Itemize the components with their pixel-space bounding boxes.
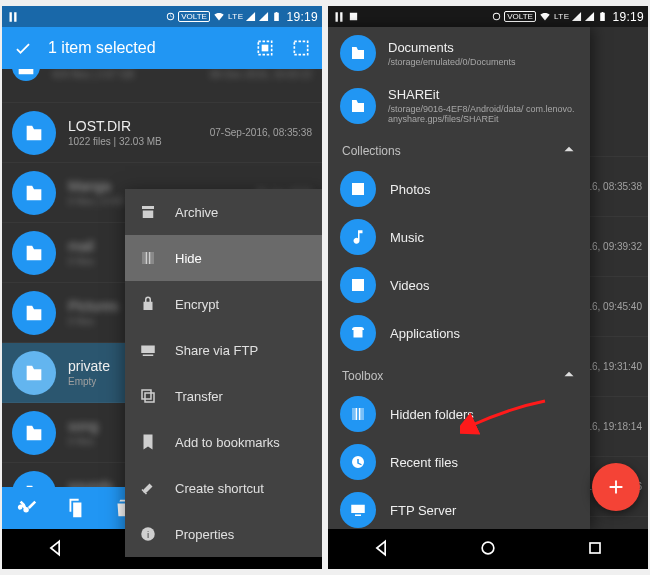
tool-recent-files[interactable]: Recent files	[328, 438, 590, 486]
folder-icon	[12, 291, 56, 335]
volte-badge: VOLTE	[178, 11, 210, 22]
clock: 19:19	[286, 10, 318, 24]
back-button[interactable]	[45, 538, 65, 561]
selection-title: 1 item selected	[48, 39, 156, 57]
file-meta: Empty	[68, 376, 110, 387]
hidden-icon	[340, 396, 376, 432]
file-date: 07-Sep-2016, 08:35:38	[210, 127, 312, 138]
alarm-icon	[491, 11, 502, 22]
lte-label: LTE	[554, 12, 570, 21]
add-button[interactable]	[592, 463, 640, 511]
volte-badge: VOLTE	[504, 11, 536, 22]
popup-properties[interactable]: i Properties	[125, 511, 322, 557]
copy-button[interactable]	[64, 497, 86, 519]
chevron-up-icon	[560, 140, 578, 161]
tool-hidden-folders[interactable]: Hidden folders	[328, 390, 590, 438]
status-bar: VOLTE LTE 19:19	[328, 6, 648, 27]
select-all-button[interactable]	[254, 37, 276, 59]
nav-bar	[328, 529, 648, 569]
ftp-icon	[340, 492, 376, 528]
file-meta: 1022 files | 32.03 MB	[68, 136, 162, 147]
status-bar: VOLTE LTE 19:19	[2, 6, 322, 27]
popup-archive[interactable]: Archive	[125, 189, 322, 235]
selection-header: 1 item selected	[2, 27, 322, 69]
file-item[interactable]: 16, 19:31:40	[590, 337, 648, 397]
file-item[interactable]: 424 files | 2.67 GB 08-Dec-2016, 16:03:2…	[2, 69, 322, 103]
music-icon	[340, 219, 376, 255]
svg-rect-0	[262, 45, 269, 52]
recent-button[interactable]	[585, 538, 605, 561]
file-date: 08-Dec-2016, 16:03:22	[210, 69, 312, 80]
folder-icon	[12, 351, 56, 395]
recent-icon	[340, 444, 376, 480]
popup-share-ftp[interactable]: Share via FTP	[125, 327, 322, 373]
back-button[interactable]	[371, 538, 391, 561]
lte-label: LTE	[228, 12, 244, 21]
wifi-icon	[212, 10, 226, 24]
category-music[interactable]: Music	[328, 213, 590, 261]
section-collections[interactable]: Collections	[328, 132, 590, 165]
category-videos[interactable]: Videos	[328, 261, 590, 309]
location-item[interactable]: Documents /storage/emulated/0/Documents	[328, 27, 590, 79]
folder-icon	[340, 35, 376, 71]
folder-icon	[12, 231, 56, 275]
signal-icon-2	[584, 11, 595, 22]
cut-button[interactable]	[16, 497, 38, 519]
done-button[interactable]	[12, 37, 34, 59]
deselect-button[interactable]	[290, 37, 312, 59]
tool-ftp-server[interactable]: FTP Server	[328, 486, 590, 529]
location-item[interactable]: SHAREit /storage/9016-4EF8/Android/data/…	[328, 79, 590, 132]
folder-icon	[12, 111, 56, 155]
file-item[interactable]	[590, 27, 648, 157]
popup-shortcut[interactable]: Create shortcut	[125, 465, 322, 511]
videos-icon	[340, 267, 376, 303]
file-meta: 424 files | 2.67 GB	[52, 69, 134, 80]
context-menu: Archive Hide Encrypt Share via FTP Trans…	[125, 189, 322, 557]
pause-icon	[332, 10, 346, 24]
file-item[interactable]: 16, 19:18:14	[590, 397, 648, 457]
image-icon	[348, 11, 359, 22]
home-button[interactable]	[478, 538, 498, 561]
svg-point-5	[482, 542, 494, 554]
popup-encrypt[interactable]: Encrypt	[125, 281, 322, 327]
pause-icon	[6, 10, 20, 24]
folder-icon	[12, 411, 56, 455]
file-item[interactable]: LOST.DIR 1022 files | 32.03 MB 07-Sep-20…	[2, 103, 322, 163]
file-item[interactable]: 16, 09:45:40	[590, 277, 648, 337]
file-item[interactable]: 16, 09:39:32	[590, 217, 648, 277]
folder-icon	[340, 88, 376, 124]
svg-text:i: i	[147, 529, 149, 540]
underlying-file-list: 16, 08:35:38 16, 09:39:32 16, 09:45:40 1…	[590, 27, 648, 529]
battery-icon	[271, 11, 282, 22]
screenshot-left: VOLTE LTE 19:19 1 item selected	[2, 6, 322, 569]
screenshot-right: VOLTE LTE 19:19 16, 08:35:38 16, 09:39:3…	[328, 6, 648, 569]
wifi-icon	[538, 10, 552, 24]
alarm-icon	[165, 11, 176, 22]
signal-icon	[245, 11, 256, 22]
signal-icon-2	[258, 11, 269, 22]
popup-transfer[interactable]: Transfer	[125, 373, 322, 419]
navigation-drawer: Documents /storage/emulated/0/Documents …	[328, 27, 590, 529]
file-name: LOST.DIR	[68, 118, 162, 134]
clock: 19:19	[612, 10, 644, 24]
photos-icon	[340, 171, 376, 207]
category-applications[interactable]: Applications	[328, 309, 590, 357]
battery-icon	[597, 11, 608, 22]
category-photos[interactable]: Photos	[328, 165, 590, 213]
folder-icon	[12, 171, 56, 215]
section-toolbox[interactable]: Toolbox	[328, 357, 590, 390]
signal-icon	[571, 11, 582, 22]
file-name: private	[68, 358, 110, 374]
file-item[interactable]: 16, 08:35:38	[590, 157, 648, 217]
chevron-up-icon	[560, 365, 578, 386]
android-icon	[340, 315, 376, 351]
popup-bookmark[interactable]: Add to bookmarks	[125, 419, 322, 465]
popup-hide[interactable]: Hide	[125, 235, 322, 281]
svg-rect-6	[590, 543, 600, 553]
